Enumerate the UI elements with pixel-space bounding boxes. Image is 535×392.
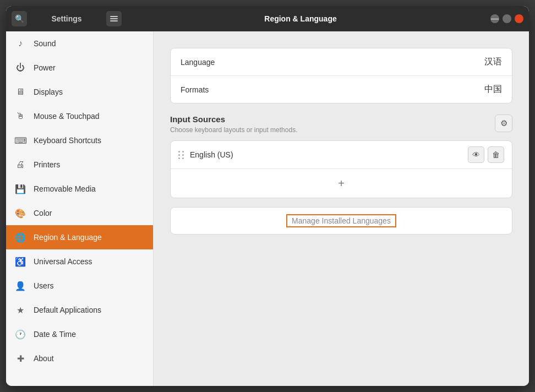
window-controls: — ✕	[479, 14, 523, 23]
removable-media-icon: 💾	[15, 183, 26, 194]
window-title: Region & Language	[122, 14, 479, 23]
keyboard-icon: ⌨	[15, 135, 26, 146]
input-sources-card: English (US) 👁 🗑 +	[170, 140, 512, 198]
sidebar-item-removable-media[interactable]: 💾 Removable Media	[6, 177, 153, 201]
input-sources-settings-button[interactable]: ⚙	[495, 115, 512, 132]
sidebar-label-displays: Displays	[34, 88, 63, 96]
input-sources-text: Input Sources Choose keyboard layouts or…	[170, 115, 297, 134]
app-window: 🔍 Settings Region & Language — ✕ ♪ Sound…	[6, 6, 529, 386]
input-sources-header: Input Sources Choose keyboard layouts or…	[170, 115, 512, 134]
sidebar-item-users[interactable]: 👤 Users	[6, 274, 153, 298]
delete-icon: 🗑	[492, 150, 500, 159]
dot	[182, 157, 184, 159]
input-source-label: English (US)	[190, 150, 462, 159]
sidebar-item-mouse-touchpad[interactable]: 🖱 Mouse & Touchpad	[6, 104, 153, 128]
formats-row[interactable]: Formats 中国	[171, 76, 512, 103]
sidebar-label-keyboard: Keyboard Shortcuts	[34, 136, 101, 145]
manage-languages-label: Manage Installed Languages	[286, 214, 396, 227]
mouse-icon: 🖱	[15, 111, 26, 122]
sidebar-item-displays[interactable]: 🖥 Displays	[6, 80, 153, 104]
sidebar-item-default-applications[interactable]: ★ Default Applications	[6, 298, 153, 322]
region-icon: 🌐	[15, 232, 26, 243]
dot	[182, 151, 184, 153]
sidebar-label-about: About	[34, 354, 54, 363]
menu-icon-2	[110, 18, 118, 19]
formats-value: 中国	[484, 84, 502, 95]
gear-icon: ⚙	[500, 118, 507, 128]
sidebar-label-users: Users	[34, 281, 54, 290]
sidebar-item-printers[interactable]: 🖨 Printers	[6, 153, 153, 177]
about-icon: ✚	[15, 353, 26, 364]
titlebar-left: 🔍 Settings	[12, 11, 122, 26]
sidebar: ♪ Sound ⏻ Power 🖥 Displays 🖱 Mouse & Tou…	[6, 31, 154, 386]
search-button[interactable]: 🔍	[12, 11, 27, 26]
add-input-source-button[interactable]: +	[334, 176, 349, 191]
drag-dots	[178, 151, 184, 159]
input-sources-title: Input Sources	[170, 115, 297, 124]
search-icon: 🔍	[15, 14, 24, 23]
input-source-actions: 👁 🗑	[468, 146, 504, 163]
menu-button[interactable]	[106, 11, 122, 26]
input-sources-desc: Choose keyboard layouts or input methods…	[170, 126, 297, 134]
language-label: Language	[181, 58, 215, 67]
minimize-button[interactable]: —	[490, 14, 499, 23]
sidebar-label-region: Region & Language	[34, 233, 102, 242]
close-button[interactable]: ✕	[515, 14, 523, 23]
sidebar-item-region-language[interactable]: 🌐 Region & Language	[6, 225, 153, 249]
dot	[182, 154, 184, 156]
displays-icon: 🖥	[15, 86, 26, 97]
preview-input-source-button[interactable]: 👁	[468, 146, 484, 163]
sidebar-item-universal-access[interactable]: ♿ Universal Access	[6, 249, 153, 274]
sidebar-label-color: Color	[34, 209, 52, 217]
dot	[178, 157, 180, 159]
power-icon: ⏻	[15, 62, 26, 73]
dot	[178, 151, 180, 153]
users-icon: 👤	[15, 280, 26, 291]
sidebar-label-sound: Sound	[34, 39, 56, 48]
eye-icon: 👁	[472, 150, 480, 159]
date-time-icon: 🕐	[15, 329, 26, 340]
manage-installed-languages-button[interactable]: Manage Installed Languages	[170, 207, 512, 235]
printers-icon: 🖨	[15, 159, 26, 170]
sidebar-item-keyboard-shortcuts[interactable]: ⌨ Keyboard Shortcuts	[6, 128, 153, 153]
maximize-button[interactable]	[503, 14, 511, 23]
content-area: Language 汉语 Formats 中国 Input Sources Cho…	[154, 31, 529, 386]
plus-icon: +	[338, 177, 345, 190]
language-row[interactable]: Language 汉语	[171, 48, 512, 76]
dot	[178, 154, 180, 156]
default-apps-icon: ★	[15, 304, 26, 315]
sidebar-item-sound[interactable]: ♪ Sound	[6, 31, 153, 56]
universal-access-icon: ♿	[15, 256, 26, 267]
add-input-source-row[interactable]: +	[171, 169, 512, 198]
sidebar-item-date-time[interactable]: 🕐 Date & Time	[6, 322, 153, 346]
menu-icon-3	[110, 20, 118, 21]
sidebar-label-universal: Universal Access	[34, 257, 92, 266]
menu-icon	[110, 16, 118, 17]
sidebar-item-power[interactable]: ⏻ Power	[6, 56, 153, 80]
sidebar-label-printers: Printers	[34, 160, 60, 169]
sidebar-label-mouse: Mouse & Touchpad	[34, 112, 100, 121]
drag-handle[interactable]	[178, 151, 184, 159]
remove-input-source-button[interactable]: 🗑	[488, 146, 504, 163]
input-source-row-english: English (US) 👁 🗑	[171, 141, 512, 169]
sidebar-item-about[interactable]: ✚ About	[6, 346, 153, 371]
language-formats-card: Language 汉语 Formats 中国	[170, 48, 512, 104]
sound-icon: ♪	[15, 38, 26, 49]
sidebar-label-removable: Removable Media	[34, 184, 96, 193]
language-value: 汉语	[484, 56, 502, 68]
sidebar-label-default-apps: Default Applications	[34, 306, 101, 314]
sidebar-label-power: Power	[34, 63, 56, 72]
sidebar-label-date-time: Date & Time	[34, 330, 76, 339]
main-content: ♪ Sound ⏻ Power 🖥 Displays 🖱 Mouse & Tou…	[6, 31, 529, 386]
color-icon: 🎨	[15, 208, 26, 219]
sidebar-item-color[interactable]: 🎨 Color	[6, 201, 153, 225]
sidebar-title: Settings	[30, 14, 103, 23]
formats-label: Formats	[181, 85, 209, 94]
titlebar: 🔍 Settings Region & Language — ✕	[6, 6, 529, 31]
